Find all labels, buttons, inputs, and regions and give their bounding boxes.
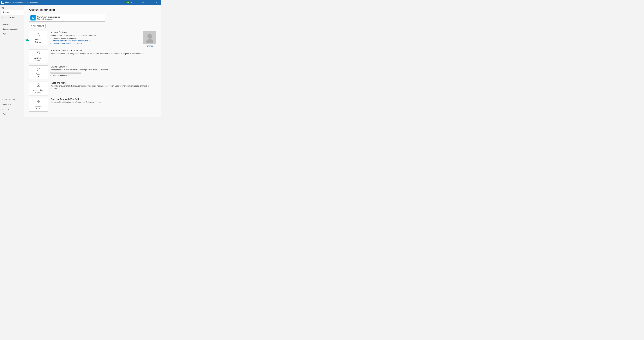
sidebar-item-office-account-label: Office Account	[2, 99, 15, 101]
maximize-button[interactable]: □	[146, 0, 153, 5]
profile-area: Change	[143, 31, 156, 47]
com-addins-info: Slow and Disabled COM Add-ins Manage COM…	[50, 98, 156, 104]
svg-rect-15	[37, 100, 38, 101]
help-icon-btn[interactable]: ?	[135, 1, 139, 4]
automatic-replies-card[interactable]: AutomaticReplies	[29, 49, 48, 63]
rules-alerts-desc: Use Rules and Alerts to help organise yo…	[50, 85, 156, 90]
mailbox-storage-text: 98.9 GB free of 99 GB	[50, 74, 156, 77]
sidebar-item-office-account[interactable]: Office Account	[0, 97, 24, 102]
content-area: Account Information E Gary.Jobs@texaport…	[24, 5, 161, 117]
rules-alerts-card[interactable]: Manage Rules& Alerts	[29, 82, 48, 95]
mailbox-storage-info: 98.9 GB free of 99 GB	[50, 74, 156, 77]
window-controls: ─ □ ✕	[140, 0, 160, 5]
com-addins-card-icon	[36, 99, 40, 105]
account-email: Gary.Jobs@texaport.co.uk	[37, 16, 102, 18]
svg-rect-10	[37, 68, 40, 70]
svg-point-7	[148, 34, 152, 39]
user-avatar[interactable]: GJ	[126, 1, 130, 4]
svg-rect-17	[37, 102, 38, 103]
svg-point-3	[132, 2, 133, 2]
mailbox-storage-bar	[50, 72, 81, 74]
back-button[interactable]	[0, 6, 24, 10]
rules-alerts-card-label: Manage Rules& Alerts	[33, 89, 44, 94]
mailbox-tools-card-label: Tools▾	[36, 73, 40, 78]
com-addins-desc: Manage COM add-ins that are affecting yo…	[50, 101, 156, 104]
sidebar-item-print[interactable]: Print	[0, 32, 24, 36]
profile-change-link[interactable]: Change	[147, 45, 153, 47]
sidebar-item-options-label: Options	[2, 108, 9, 110]
sidebar-item-feedback-label: Feedback	[2, 103, 11, 106]
mailbox-tools-card-icon	[36, 67, 40, 72]
teal-arrow-annotation	[24, 37, 30, 46]
automatic-replies-card-label: AutomaticReplies	[34, 57, 42, 62]
add-account-label: Add Account	[33, 25, 44, 27]
outlook-app-icon: O	[1, 1, 4, 4]
account-settings-card-icon	[36, 33, 40, 38]
account-selector[interactable]: E Gary.Jobs@texaport.co.uk Microsoft Exc…	[29, 14, 105, 22]
sidebar: Info Open & Export Save As Save Attachme…	[0, 5, 24, 117]
close-button[interactable]: ✕	[153, 0, 160, 5]
com-addins-title: Slow and Disabled COM Add-ins	[50, 98, 156, 100]
web-access-link[interactable]: https://outlook.office365.com/owa/texapo…	[53, 40, 91, 42]
svg-point-14	[38, 85, 39, 86]
sidebar-item-print-label: Print	[2, 33, 6, 35]
mailbox-settings-info: Mailbox Settings Manage the size of your…	[50, 66, 156, 77]
rules-alerts-title: Rules and Alerts	[50, 82, 156, 84]
svg-point-2	[132, 2, 132, 2]
account-settings-desc: Change settings for this account or set …	[50, 34, 140, 37]
sidebar-item-exit-label: Exit	[2, 113, 6, 115]
automatic-replies-card-icon	[36, 51, 40, 56]
sidebar-item-options[interactable]: Options	[0, 107, 24, 112]
account-settings-section: AccountSettings ▾ Account Settings Chang…	[29, 31, 156, 47]
sidebar-item-info-label: Info	[6, 12, 9, 14]
mailbox-settings-section: Tools▾ Mailbox Settings Manage the size …	[29, 66, 156, 79]
account-info: Gary.Jobs@texaport.co.uk Microsoft Excha…	[37, 16, 102, 20]
automatic-replies-title: Automatic Replies (Out of Office)	[50, 49, 156, 52]
svg-point-8	[146, 39, 153, 43]
svg-rect-18	[38, 102, 40, 103]
com-addins-section: ManageCOM Slow and Disabled COM Add-ins …	[29, 98, 156, 112]
bullet-mobile-app: Get the Outlook app for iOS or Android.	[50, 42, 140, 45]
com-addins-card[interactable]: ManageCOM	[29, 98, 48, 112]
minimize-button[interactable]: ─	[140, 0, 146, 5]
sidebar-item-open-export[interactable]: Open & Export	[0, 15, 24, 20]
sidebar-item-open-export-label: Open & Export	[2, 17, 15, 19]
automatic-replies-section: AutomaticReplies Automatic Replies (Out …	[29, 49, 156, 63]
sidebar-item-save-as[interactable]: Save As	[0, 22, 24, 27]
titlebar: O Inbox-Gary.Jobs@texaport.co.uk - Outlo…	[0, 0, 161, 5]
automatic-replies-info: Automatic Replies (Out of Office) Use au…	[50, 49, 156, 56]
rules-alerts-section: Manage Rules& Alerts Rules and Alerts Us…	[29, 82, 156, 95]
home-icon	[2, 11, 4, 14]
sidebar-divider-1	[0, 21, 24, 21]
mailbox-bar-fill	[51, 72, 51, 73]
mailbox-storage-label: 98.9 GB free of 99 GB	[53, 74, 70, 77]
sidebar-item-save-attachments-label: Save Attachments	[2, 28, 18, 30]
account-settings-card[interactable]: AccountSettings ▾	[29, 31, 48, 45]
sidebar-bottom: Office Account Feedback Options Exit	[0, 97, 24, 117]
rules-alerts-info: Rules and Alerts Use Rules and Alerts to…	[50, 82, 156, 91]
mailbox-settings-desc: Manage the size of your mailbox by empty…	[50, 69, 156, 71]
sidebar-item-feedback[interactable]: Feedback	[0, 102, 24, 107]
svg-point-5	[38, 33, 39, 35]
svg-text:O: O	[2, 2, 3, 3]
people-icon-btn[interactable]	[130, 1, 134, 4]
svg-point-4	[2, 7, 4, 9]
sidebar-item-exit[interactable]: Exit	[0, 112, 24, 117]
automatic-replies-desc: Use automatic replies to notify others t…	[50, 53, 156, 55]
page-title: Account Information	[29, 8, 156, 12]
exchange-icon: E	[30, 15, 36, 21]
rules-alerts-card-icon	[36, 83, 40, 88]
titlebar-title: Inbox-Gary.Jobs@texaport.co.uk - Outlook	[5, 1, 38, 3]
titlebar-right: GJ ? ─ □ ✕	[126, 0, 160, 5]
mobile-app-link[interactable]: Get the Outlook app for iOS or Android.	[53, 43, 84, 45]
sidebar-item-save-as-label: Save As	[2, 23, 10, 25]
account-settings-card-label: AccountSettings ▾	[34, 39, 42, 43]
sidebar-item-info[interactable]: Info	[0, 10, 24, 15]
sidebar-item-save-attachments[interactable]: Save Attachments	[0, 27, 24, 32]
com-addins-card-label: ManageCOM	[35, 105, 42, 110]
add-icon: +	[31, 25, 32, 27]
mailbox-settings-title: Mailbox Settings	[50, 66, 156, 68]
add-account-button[interactable]: + Add Account	[29, 24, 46, 28]
mailbox-settings-card[interactable]: Tools▾	[29, 66, 48, 79]
bullet-web-access: Access this account on the web. https://…	[50, 38, 140, 42]
